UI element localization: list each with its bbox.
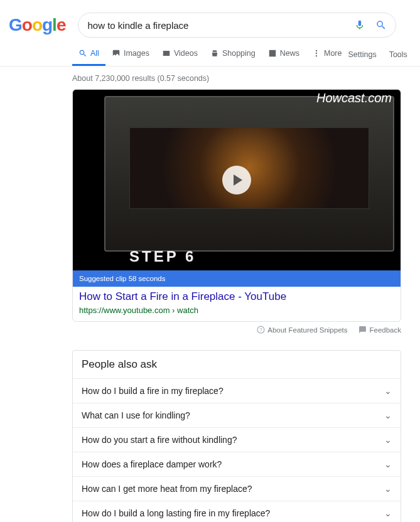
paa-item[interactable]: How can I get more heat from my fireplac… xyxy=(73,477,401,501)
step-text: STEP 6 xyxy=(129,248,196,265)
featured-snippet-card: Howcast.com STEP 6 Suggested clip 58 sec… xyxy=(72,89,401,322)
people-also-ask: People also ask How do I build a fire in… xyxy=(72,350,401,522)
paa-item[interactable]: How do you start a fire without kindling… xyxy=(73,428,401,452)
paa-item[interactable]: How does a fireplace damper work? ⌄ xyxy=(73,452,401,477)
result-stats: About 7,230,000 results (0.57 seconds) xyxy=(72,74,401,83)
tab-label: All xyxy=(90,49,99,58)
tab-more[interactable]: More xyxy=(306,49,348,66)
tab-images[interactable]: Images xyxy=(105,49,156,66)
tab-label: Shopping xyxy=(222,49,256,58)
paa-item[interactable]: How do I build a long lasting fire in my… xyxy=(73,501,401,522)
chevron-down-icon: ⌄ xyxy=(384,435,392,445)
paa-title: People also ask xyxy=(73,351,401,379)
chevron-down-icon: ⌄ xyxy=(384,410,392,420)
tab-videos[interactable]: Videos xyxy=(156,49,204,66)
search-tabs: All Images Videos Shopping News More Set… xyxy=(72,49,420,66)
chevron-down-icon: ⌄ xyxy=(384,386,392,396)
settings-link[interactable]: Settings xyxy=(348,50,376,59)
tab-label: Videos xyxy=(174,49,198,58)
svg-point-1 xyxy=(316,53,317,54)
search-icon[interactable] xyxy=(375,19,387,31)
play-icon[interactable] xyxy=(222,166,251,194)
snippet-url[interactable]: https://www.youtube.com › watch xyxy=(79,306,394,315)
svg-point-2 xyxy=(316,55,317,56)
search-input[interactable] xyxy=(87,20,354,31)
chevron-down-icon: ⌄ xyxy=(384,484,392,494)
paa-item[interactable]: What can I use for kindling? ⌄ xyxy=(73,403,401,428)
mic-icon[interactable] xyxy=(354,19,365,31)
tab-label: More xyxy=(324,49,342,58)
clip-bar[interactable]: Suggested clip 58 seconds xyxy=(73,270,401,287)
tools-link[interactable]: Tools xyxy=(389,50,407,59)
tab-label: News xyxy=(280,49,299,58)
snippet-title[interactable]: How to Start a Fire in a Fireplace - You… xyxy=(79,290,394,303)
tab-label: Images xyxy=(124,49,149,58)
svg-text:?: ? xyxy=(260,327,262,333)
paa-item[interactable]: How do I build a fire in my fireplace? ⌄ xyxy=(73,379,401,403)
about-featured-snippets-link[interactable]: ? About Featured Snippets xyxy=(257,326,347,334)
tab-news[interactable]: News xyxy=(262,49,306,66)
google-logo[interactable]: Google xyxy=(6,15,65,35)
chevron-down-icon: ⌄ xyxy=(384,508,392,518)
feedback-link[interactable]: Feedback xyxy=(358,326,401,334)
svg-point-0 xyxy=(316,50,317,51)
tab-shopping[interactable]: Shopping xyxy=(204,49,262,66)
watermark-text: Howcast.com xyxy=(316,91,392,105)
chevron-down-icon: ⌄ xyxy=(384,459,392,469)
search-box[interactable] xyxy=(78,13,396,38)
tab-all[interactable]: All xyxy=(72,49,105,66)
video-thumbnail[interactable]: Howcast.com STEP 6 xyxy=(73,90,401,270)
